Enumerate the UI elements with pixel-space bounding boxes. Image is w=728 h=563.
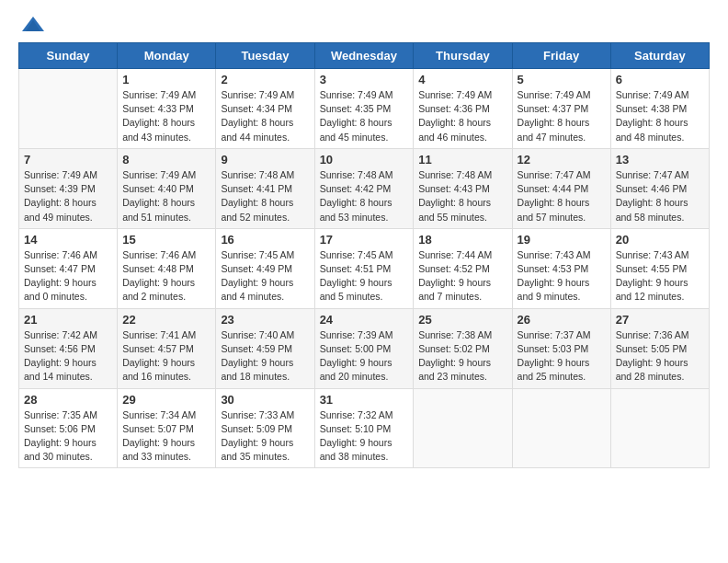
calendar-cell: 17Sunrise: 7:45 AMSunset: 4:51 PMDayligh… bbox=[314, 228, 414, 308]
calendar-cell: 14Sunrise: 7:46 AMSunset: 4:47 PMDayligh… bbox=[19, 228, 118, 308]
calendar-cell: 11Sunrise: 7:48 AMSunset: 4:43 PMDayligh… bbox=[414, 148, 512, 228]
day-number: 8 bbox=[122, 153, 210, 167]
day-number: 23 bbox=[221, 313, 309, 327]
day-info: Sunrise: 7:39 AMSunset: 5:00 PMDaylight:… bbox=[320, 328, 409, 385]
day-info: Sunrise: 7:48 AMSunset: 4:42 PMDaylight:… bbox=[320, 168, 409, 224]
calendar-cell: 6Sunrise: 7:49 AMSunset: 4:38 PMDaylight… bbox=[610, 69, 709, 149]
calendar-cell: 28Sunrise: 7:35 AMSunset: 5:06 PMDayligh… bbox=[19, 388, 118, 468]
calendar-cell: 27Sunrise: 7:36 AMSunset: 5:05 PMDayligh… bbox=[610, 308, 709, 388]
day-number: 14 bbox=[24, 233, 112, 247]
calendar-cell: 20Sunrise: 7:43 AMSunset: 4:55 PMDayligh… bbox=[610, 228, 709, 308]
day-header-tuesday: Tuesday bbox=[216, 43, 314, 69]
calendar-cell: 7Sunrise: 7:49 AMSunset: 4:39 PMDaylight… bbox=[19, 148, 118, 228]
calendar-cell: 2Sunrise: 7:49 AMSunset: 4:34 PMDaylight… bbox=[216, 69, 314, 149]
day-header-friday: Friday bbox=[512, 43, 610, 69]
day-info: Sunrise: 7:49 AMSunset: 4:36 PMDaylight:… bbox=[418, 88, 506, 144]
day-number: 22 bbox=[122, 313, 210, 327]
day-header-monday: Monday bbox=[118, 43, 216, 69]
day-number: 1 bbox=[122, 73, 210, 86]
day-number: 29 bbox=[122, 393, 210, 407]
calendar-cell: 19Sunrise: 7:43 AMSunset: 4:53 PMDayligh… bbox=[512, 228, 610, 308]
day-info: Sunrise: 7:32 AMSunset: 5:10 PMDaylight:… bbox=[320, 408, 409, 465]
day-info: Sunrise: 7:38 AMSunset: 5:02 PMDaylight:… bbox=[418, 328, 506, 385]
day-info: Sunrise: 7:35 AMSunset: 5:06 PMDaylight:… bbox=[24, 408, 112, 465]
day-number: 3 bbox=[320, 73, 409, 86]
day-info: Sunrise: 7:49 AMSunset: 4:35 PMDaylight:… bbox=[320, 88, 409, 144]
day-number: 24 bbox=[320, 313, 409, 327]
calendar-cell: 21Sunrise: 7:42 AMSunset: 4:56 PMDayligh… bbox=[19, 308, 118, 388]
day-number: 30 bbox=[221, 393, 309, 407]
calendar-cell: 5Sunrise: 7:49 AMSunset: 4:37 PMDaylight… bbox=[512, 69, 610, 149]
day-info: Sunrise: 7:43 AMSunset: 4:53 PMDaylight:… bbox=[518, 248, 606, 304]
day-info: Sunrise: 7:42 AMSunset: 4:56 PMDaylight:… bbox=[24, 328, 112, 385]
calendar-cell: 3Sunrise: 7:49 AMSunset: 4:35 PMDaylight… bbox=[314, 69, 414, 149]
calendar-table: SundayMondayTuesdayWednesdayThursdayFrid… bbox=[18, 42, 710, 468]
calendar-cell bbox=[19, 69, 118, 149]
calendar-cell: 22Sunrise: 7:41 AMSunset: 4:57 PMDayligh… bbox=[118, 308, 216, 388]
day-number: 13 bbox=[616, 153, 704, 167]
week-row-3: 14Sunrise: 7:46 AMSunset: 4:47 PMDayligh… bbox=[19, 228, 710, 308]
day-info: Sunrise: 7:49 AMSunset: 4:33 PMDaylight:… bbox=[122, 88, 210, 144]
calendar-cell: 10Sunrise: 7:48 AMSunset: 4:42 PMDayligh… bbox=[314, 148, 414, 228]
day-number: 31 bbox=[320, 393, 409, 407]
calendar-cell: 13Sunrise: 7:47 AMSunset: 4:46 PMDayligh… bbox=[610, 148, 709, 228]
day-number: 20 bbox=[616, 233, 704, 247]
day-info: Sunrise: 7:33 AMSunset: 5:09 PMDaylight:… bbox=[221, 408, 309, 465]
day-info: Sunrise: 7:40 AMSunset: 4:59 PMDaylight:… bbox=[221, 328, 309, 385]
calendar-cell: 30Sunrise: 7:33 AMSunset: 5:09 PMDayligh… bbox=[216, 388, 314, 468]
day-header-thursday: Thursday bbox=[414, 43, 512, 69]
calendar-body: 1Sunrise: 7:49 AMSunset: 4:33 PMDaylight… bbox=[19, 69, 710, 468]
day-info: Sunrise: 7:47 AMSunset: 4:46 PMDaylight:… bbox=[616, 168, 704, 224]
day-info: Sunrise: 7:49 AMSunset: 4:39 PMDaylight:… bbox=[24, 168, 112, 224]
calendar-cell: 18Sunrise: 7:44 AMSunset: 4:52 PMDayligh… bbox=[414, 228, 512, 308]
day-number: 12 bbox=[518, 153, 606, 167]
calendar-cell: 8Sunrise: 7:49 AMSunset: 4:40 PMDaylight… bbox=[118, 148, 216, 228]
day-info: Sunrise: 7:49 AMSunset: 4:37 PMDaylight:… bbox=[518, 88, 606, 144]
day-header-wednesday: Wednesday bbox=[314, 43, 414, 69]
day-header-saturday: Saturday bbox=[610, 43, 709, 69]
day-info: Sunrise: 7:47 AMSunset: 4:44 PMDaylight:… bbox=[518, 168, 606, 224]
day-number: 6 bbox=[616, 73, 704, 86]
calendar-cell bbox=[512, 388, 610, 468]
calendar-cell: 31Sunrise: 7:32 AMSunset: 5:10 PMDayligh… bbox=[314, 388, 414, 468]
calendar-cell: 16Sunrise: 7:45 AMSunset: 4:49 PMDayligh… bbox=[216, 228, 314, 308]
day-info: Sunrise: 7:48 AMSunset: 4:43 PMDaylight:… bbox=[418, 168, 506, 224]
page-header bbox=[18, 15, 710, 35]
day-number: 28 bbox=[24, 393, 112, 407]
day-info: Sunrise: 7:49 AMSunset: 4:34 PMDaylight:… bbox=[221, 88, 309, 144]
week-row-5: 28Sunrise: 7:35 AMSunset: 5:06 PMDayligh… bbox=[19, 388, 710, 468]
day-info: Sunrise: 7:45 AMSunset: 4:49 PMDaylight:… bbox=[221, 248, 309, 304]
day-info: Sunrise: 7:49 AMSunset: 4:38 PMDaylight:… bbox=[616, 88, 704, 144]
day-number: 11 bbox=[418, 153, 506, 167]
calendar-cell: 23Sunrise: 7:40 AMSunset: 4:59 PMDayligh… bbox=[216, 308, 314, 388]
day-number: 15 bbox=[122, 233, 210, 247]
logo-icon bbox=[20, 15, 46, 35]
calendar-cell: 29Sunrise: 7:34 AMSunset: 5:07 PMDayligh… bbox=[118, 388, 216, 468]
calendar-cell: 9Sunrise: 7:48 AMSunset: 4:41 PMDaylight… bbox=[216, 148, 314, 228]
calendar-cell: 4Sunrise: 7:49 AMSunset: 4:36 PMDaylight… bbox=[414, 69, 512, 149]
week-row-2: 7Sunrise: 7:49 AMSunset: 4:39 PMDaylight… bbox=[19, 148, 710, 228]
day-header-sunday: Sunday bbox=[19, 43, 118, 69]
day-number: 18 bbox=[418, 233, 506, 247]
calendar-cell: 12Sunrise: 7:47 AMSunset: 4:44 PMDayligh… bbox=[512, 148, 610, 228]
day-number: 2 bbox=[221, 73, 309, 86]
day-info: Sunrise: 7:46 AMSunset: 4:47 PMDaylight:… bbox=[24, 248, 112, 304]
day-info: Sunrise: 7:36 AMSunset: 5:05 PMDaylight:… bbox=[616, 328, 704, 385]
day-info: Sunrise: 7:34 AMSunset: 5:07 PMDaylight:… bbox=[122, 408, 210, 465]
day-number: 7 bbox=[24, 153, 112, 167]
day-info: Sunrise: 7:41 AMSunset: 4:57 PMDaylight:… bbox=[122, 328, 210, 385]
logo bbox=[18, 15, 50, 35]
day-number: 4 bbox=[418, 73, 506, 86]
calendar-cell bbox=[414, 388, 512, 468]
day-number: 27 bbox=[616, 313, 704, 327]
day-number: 10 bbox=[320, 153, 409, 167]
day-number: 19 bbox=[518, 233, 606, 247]
week-row-4: 21Sunrise: 7:42 AMSunset: 4:56 PMDayligh… bbox=[19, 308, 710, 388]
week-row-1: 1Sunrise: 7:49 AMSunset: 4:33 PMDaylight… bbox=[19, 69, 710, 149]
calendar-header: SundayMondayTuesdayWednesdayThursdayFrid… bbox=[19, 43, 710, 69]
day-number: 16 bbox=[221, 233, 309, 247]
calendar-cell: 26Sunrise: 7:37 AMSunset: 5:03 PMDayligh… bbox=[512, 308, 610, 388]
day-info: Sunrise: 7:44 AMSunset: 4:52 PMDaylight:… bbox=[418, 248, 506, 304]
day-info: Sunrise: 7:43 AMSunset: 4:55 PMDaylight:… bbox=[616, 248, 704, 304]
calendar-cell bbox=[610, 388, 709, 468]
